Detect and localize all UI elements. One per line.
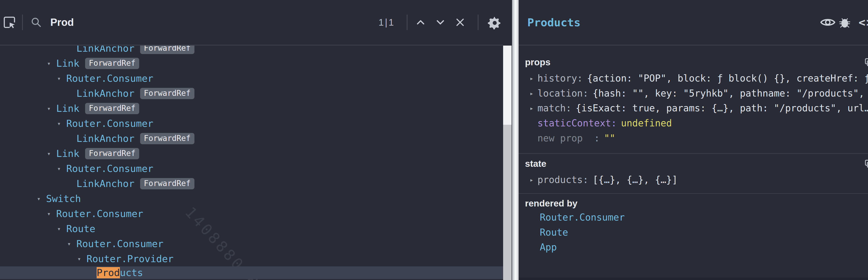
expand-collapse-icon[interactable]: ▾ bbox=[57, 226, 66, 232]
expand-collapse-icon[interactable]: ▾ bbox=[47, 105, 56, 112]
tree-row-router-consumer[interactable]: ▾Router.Consumer bbox=[0, 236, 503, 251]
forwardref-badge: ForwardRef bbox=[140, 88, 194, 99]
tree-row-linkanchor[interactable]: LinkAnchorForwardRef bbox=[0, 176, 503, 191]
expand-collapse-icon[interactable]: ▾ bbox=[78, 256, 87, 262]
expand-collapse-icon[interactable]: ▾ bbox=[57, 166, 66, 172]
panel-bottom-edge bbox=[519, 278, 868, 280]
toolbar-separator bbox=[22, 14, 23, 30]
kv-row-products: ▸products:[{…}, {…}, {…}] bbox=[519, 172, 868, 187]
expand-collapse-icon[interactable]: ▾ bbox=[47, 211, 56, 217]
inspect-element-icon[interactable] bbox=[2, 15, 17, 29]
tree-row-router-consumer[interactable]: ▾Router.Consumer bbox=[0, 71, 503, 86]
expand-arrow-icon[interactable]: ▸ bbox=[530, 90, 537, 97]
prop-key[interactable]: new prop bbox=[537, 133, 583, 143]
forwardref-badge: ForwardRef bbox=[85, 58, 140, 69]
tree-row-link[interactable]: ▾LinkForwardRef bbox=[0, 56, 503, 71]
component-name: LinkAnchor bbox=[76, 133, 134, 144]
section-divider bbox=[519, 153, 868, 154]
expand-collapse-icon[interactable]: ▾ bbox=[47, 60, 56, 67]
expand-arrow-icon[interactable]: ▸ bbox=[530, 75, 537, 81]
prop-value[interactable]: undefined bbox=[621, 118, 672, 129]
component-name: Router.Provider bbox=[87, 253, 174, 265]
panel-resize-divider[interactable] bbox=[512, 0, 519, 280]
react-devtools-components-panel: { "toolbar": { "search_value": "Prod", "… bbox=[0, 0, 868, 280]
toolbar-separator bbox=[407, 14, 407, 30]
tree-row-router-provider[interactable]: ▾Router.Provider bbox=[0, 251, 503, 267]
tree-row-link[interactable]: ▾LinkForwardRef bbox=[0, 146, 503, 161]
copy-icon[interactable] bbox=[864, 58, 868, 67]
component-name: Link bbox=[56, 58, 80, 69]
component-name: Router.Consumer bbox=[56, 208, 143, 219]
tree-row-linkanchor[interactable]: LinkAnchorForwardRef bbox=[0, 131, 503, 146]
forwardref-badge: ForwardRef bbox=[85, 148, 140, 159]
tree-row-linkanchor[interactable]: LinkAnchorForwardRef bbox=[0, 45, 503, 56]
search-match-highlight: Prod bbox=[97, 267, 120, 278]
bug-icon[interactable] bbox=[839, 15, 850, 29]
search-input[interactable] bbox=[50, 16, 371, 28]
expand-collapse-icon[interactable]: ▾ bbox=[47, 150, 56, 157]
rendered-by-link-app[interactable]: App bbox=[540, 240, 557, 255]
expand-collapse-icon[interactable]: ▾ bbox=[57, 120, 66, 127]
kv-row-staticContext: staticContext:undefined bbox=[519, 115, 868, 131]
kv-row-history: ▸history:{action: "POP", block: ƒ block(… bbox=[519, 71, 868, 86]
forwardref-badge: ForwardRef bbox=[85, 103, 140, 114]
tree-row-switch[interactable]: ▾Switch bbox=[0, 191, 503, 206]
rendered-by-section-label: rendered by bbox=[525, 196, 578, 211]
expand-arrow-icon[interactable]: ▸ bbox=[530, 177, 537, 183]
expand-collapse-icon[interactable]: ▾ bbox=[57, 75, 66, 81]
tree-row-router-consumer[interactable]: ▾Router.Consumer bbox=[0, 206, 503, 221]
rendered-by-link-route[interactable]: Route bbox=[540, 225, 568, 240]
forwardref-badge: ForwardRef bbox=[140, 178, 194, 189]
component-tree: 1408880486 LinkAnchorForwardRef▾LinkForw… bbox=[0, 45, 503, 280]
expand-collapse-icon[interactable]: ▾ bbox=[37, 196, 46, 202]
prop-value[interactable]: {hash: "", key: "5ryhkb", pathname: "/pr… bbox=[593, 88, 868, 99]
toolbar-separator bbox=[478, 14, 478, 30]
tree-row-router-consumer[interactable]: ▾Router.Consumer bbox=[0, 116, 503, 131]
settings-gear-icon[interactable] bbox=[486, 15, 503, 29]
prop-key: match: bbox=[537, 103, 571, 113]
component-name: Switch bbox=[46, 193, 81, 204]
prop-key: staticContext: bbox=[537, 118, 617, 129]
component-name: Link bbox=[56, 148, 80, 159]
eye-icon[interactable] bbox=[820, 17, 835, 28]
expand-collapse-icon[interactable]: ▾ bbox=[67, 241, 76, 247]
components-tree-panel: 1|1 1408880486 LinkAnchorForwardRef▾Link… bbox=[0, 0, 503, 280]
copy-icon[interactable] bbox=[864, 159, 868, 168]
forwardref-badge: ForwardRef bbox=[140, 45, 194, 54]
tree-vertical-scrollbar[interactable] bbox=[503, 45, 512, 280]
component-name: LinkAnchor bbox=[76, 88, 134, 99]
prop-value[interactable]: [{…}, {…}, {…}] bbox=[593, 174, 678, 185]
tree-row-router-consumer[interactable]: ▾Router.Consumer bbox=[0, 161, 503, 176]
prop-value[interactable]: "" bbox=[604, 133, 615, 143]
prop-key: history: bbox=[537, 73, 583, 83]
inspected-component-title: Products bbox=[527, 16, 581, 29]
kv-row-match: ▸match:{isExact: true, params: {…}, path… bbox=[519, 101, 868, 115]
component-name: LinkAnchor bbox=[76, 178, 134, 189]
search-result-count: 1|1 bbox=[378, 17, 395, 28]
tree-row-products[interactable]: Products bbox=[0, 267, 503, 279]
tree-row-route[interactable]: ▾Route bbox=[0, 221, 503, 236]
next-match-icon[interactable] bbox=[433, 16, 447, 28]
prop-value[interactable]: {isExact: true, params: {…}, path: "/pro… bbox=[576, 103, 868, 113]
search-icon bbox=[30, 16, 43, 28]
prop-value[interactable]: {action: "POP", block: ƒ block() {}, cre… bbox=[587, 73, 868, 83]
expand-arrow-icon[interactable]: ▸ bbox=[530, 105, 537, 111]
tree-row-link[interactable]: ▾LinkForwardRef bbox=[0, 101, 503, 116]
forwardref-badge: ForwardRef bbox=[140, 133, 194, 144]
kv-row-location: ▸location:{hash: "", key: "5ryhkb", path… bbox=[519, 86, 868, 101]
section-divider bbox=[519, 193, 868, 194]
kv-row-new-prop: new prop :"" bbox=[519, 131, 868, 146]
component-name: Products bbox=[97, 267, 143, 278]
prop-key: location: bbox=[537, 88, 588, 99]
inspected-element-panel: Products <> props ▸history:{action: "POP… bbox=[519, 0, 868, 280]
tree-row-linkanchor[interactable]: LinkAnchorForwardRef bbox=[0, 86, 503, 101]
previous-match-icon[interactable] bbox=[413, 16, 428, 28]
prop-colon: : bbox=[583, 133, 600, 143]
component-name: Router.Consumer bbox=[66, 73, 153, 84]
props-section-label: props bbox=[525, 55, 550, 70]
component-name: Link bbox=[56, 103, 80, 114]
clear-search-icon[interactable] bbox=[453, 17, 467, 28]
scrollbar-thumb[interactable] bbox=[503, 125, 512, 280]
rendered-by-link-router-consumer[interactable]: Router.Consumer bbox=[540, 210, 625, 225]
view-source-icon[interactable]: <> bbox=[859, 16, 868, 29]
